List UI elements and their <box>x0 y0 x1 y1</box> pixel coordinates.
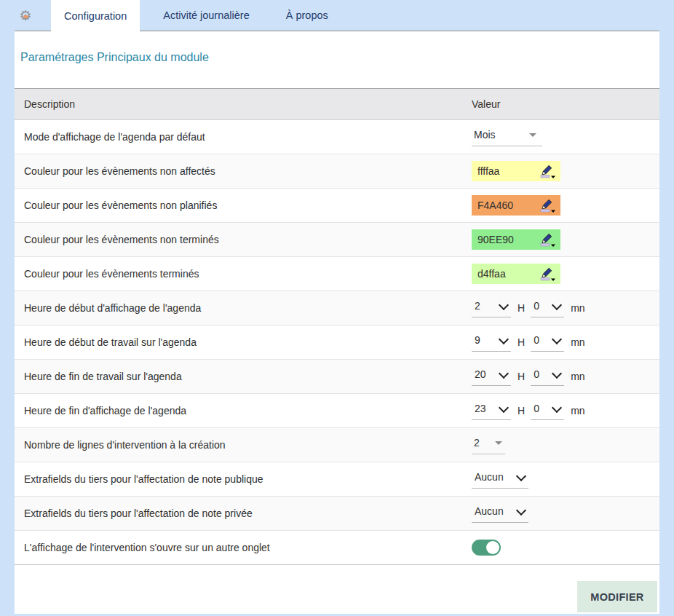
gear-icon: ⚙ <box>19 9 31 23</box>
settings-table: Description Valeur Mode d'affichage de l… <box>15 88 659 565</box>
module-setup-picto: ⚙ <box>0 0 51 31</box>
setting-value-cell: ffffaa <box>472 161 560 181</box>
dropdown-selected-value: Mois <box>474 129 496 141</box>
color-field: ffffaa <box>472 161 560 181</box>
modify-button[interactable]: MODIFIER <box>577 581 657 612</box>
minute-suffix-label: mn <box>571 405 584 416</box>
table-row: Heure de fin de travail sur l'agenda20H0… <box>15 360 659 394</box>
color-hex-input[interactable]: d4ffaa <box>472 268 540 280</box>
tab-activit-journali-re[interactable]: Activité journalière <box>150 0 262 31</box>
toggle-knob <box>486 541 499 554</box>
setting-value-cell: 2H0mn <box>472 299 585 317</box>
setting-value-cell: Mois <box>472 127 542 146</box>
hour-select[interactable]: 23 <box>472 401 511 420</box>
setting-label: Couleur pour les évènements non terminés <box>15 234 472 245</box>
chevron-down-icon <box>552 333 562 344</box>
hour-value: 20 <box>475 368 486 380</box>
minute-select[interactable]: 0 <box>531 299 564 317</box>
setting-value-cell: Aucun <box>472 470 528 489</box>
minute-value: 0 <box>534 300 539 312</box>
column-header-description: Description <box>15 98 472 110</box>
value-dropdown[interactable]: Mois <box>472 127 542 146</box>
hour-select[interactable]: 2 <box>472 299 511 317</box>
table-row: L'affichage de l'intervention s'ouvre su… <box>15 531 659 565</box>
table-row: Extrafields du tiers pour l'affectation … <box>15 462 659 497</box>
setting-value-cell: 20H0mn <box>472 367 585 386</box>
color-hex-input[interactable]: ffffaa <box>472 165 540 177</box>
color-picker-pencil-icon <box>540 266 556 281</box>
color-field: 90EE90 <box>472 229 560 250</box>
tab-bar: ⚙ ConfigurationActivité journalièreÀ pro… <box>0 0 674 31</box>
settings-table-body: Mode d'affichage de l'agenda par défautM… <box>15 120 659 565</box>
setting-value-cell: 90EE90 <box>472 229 560 250</box>
select-selected-value: Aucun <box>475 505 504 517</box>
setting-label: Extrafields du tiers pour l'affectation … <box>15 473 472 485</box>
column-header-value: Valeur <box>472 98 500 110</box>
dropdown-selected-value: 2 <box>474 437 480 449</box>
chevron-down-icon <box>499 333 509 344</box>
table-row: Couleur pour les évènements non planifié… <box>15 189 659 223</box>
page-title: Paramétrages Principaux du module <box>15 31 659 64</box>
color-hex-input[interactable]: 90EE90 <box>472 234 540 245</box>
hour-value: 23 <box>475 403 486 414</box>
table-row: Couleur pour les évènements non terminés… <box>15 223 659 257</box>
color-picker-button[interactable] <box>540 164 560 178</box>
table-row: Mode d'affichage de l'agenda par défautM… <box>15 120 659 154</box>
chevron-down-icon <box>499 299 509 309</box>
gear-icon-accent <box>23 15 28 18</box>
color-picker-pencil-icon <box>540 232 556 247</box>
setting-label: Extrafields du tiers pour l'affectation … <box>15 508 472 519</box>
table-row: Nombre de lignes d'intervention à la cré… <box>15 428 659 462</box>
value-select[interactable]: Aucun <box>472 504 528 523</box>
setting-value-cell: Aucun <box>472 504 528 523</box>
hour-suffix-label: H <box>518 336 525 348</box>
table-row: Heure de début de travail sur l'agenda9H… <box>15 325 659 360</box>
chevron-down-icon <box>516 505 526 515</box>
setting-label: Heure de fin d'affichage de l'agenda <box>15 405 472 416</box>
setting-label: Heure de début d'affichage de l'agenda <box>15 302 472 314</box>
color-picker-pencil-icon <box>540 164 556 178</box>
setting-value-cell: 2 <box>472 435 505 454</box>
setting-value-cell: 23H0mn <box>472 401 585 420</box>
minute-select[interactable]: 0 <box>531 333 564 352</box>
toggle-switch-on[interactable] <box>472 540 501 556</box>
minute-value: 0 <box>534 403 539 414</box>
setting-label: Heure de début de travail sur l'agenda <box>15 336 472 348</box>
value-dropdown[interactable]: 2 <box>472 435 505 454</box>
table-row: Heure de début d'affichage de l'agenda2H… <box>15 291 659 325</box>
minute-suffix-label: mn <box>571 302 584 314</box>
chevron-down-icon <box>499 368 509 378</box>
table-row: Couleur pour les évènements non affectés… <box>15 154 659 189</box>
hour-value: 2 <box>475 300 480 312</box>
tab-configuration[interactable]: Configuration <box>51 0 140 31</box>
chevron-down-icon <box>552 402 562 412</box>
setting-label: Couleur pour les évènements non planifié… <box>15 200 472 211</box>
main-panel: Paramétrages Principaux du module Descri… <box>15 31 659 614</box>
setting-label: L'affichage de l'intervention s'ouvre su… <box>15 542 472 553</box>
hour-select[interactable]: 9 <box>472 333 511 352</box>
chevron-down-icon <box>529 133 536 137</box>
color-hex-input[interactable]: F4A460 <box>472 200 540 211</box>
hour-suffix-label: H <box>518 302 525 314</box>
table-row: Heure de fin d'affichage de l'agenda23H0… <box>15 394 659 428</box>
color-picker-button[interactable] <box>540 266 560 281</box>
setting-label: Mode d'affichage de l'agenda par défaut <box>15 131 472 143</box>
select-selected-value: Aucun <box>475 471 504 483</box>
minute-select[interactable]: 0 <box>531 401 564 420</box>
table-row: Couleur pour les évènements terminésd4ff… <box>15 257 659 291</box>
chevron-down-icon <box>499 402 509 412</box>
value-select[interactable]: Aucun <box>472 470 528 489</box>
color-field: F4A460 <box>472 195 560 216</box>
minute-select[interactable]: 0 <box>531 367 564 386</box>
chevron-down-icon <box>552 299 562 309</box>
hour-suffix-label: H <box>518 371 525 382</box>
hour-select[interactable]: 20 <box>472 367 511 386</box>
setting-value-cell: 9H0mn <box>472 333 585 352</box>
tab--propos[interactable]: À propos <box>273 0 341 31</box>
setting-value-cell <box>472 540 501 556</box>
setting-label: Heure de fin de travail sur l'agenda <box>15 371 472 382</box>
color-picker-button[interactable] <box>540 232 560 247</box>
color-picker-button[interactable] <box>540 198 560 213</box>
color-field: d4ffaa <box>472 264 560 284</box>
setting-label: Couleur pour les évènements terminés <box>15 268 472 280</box>
